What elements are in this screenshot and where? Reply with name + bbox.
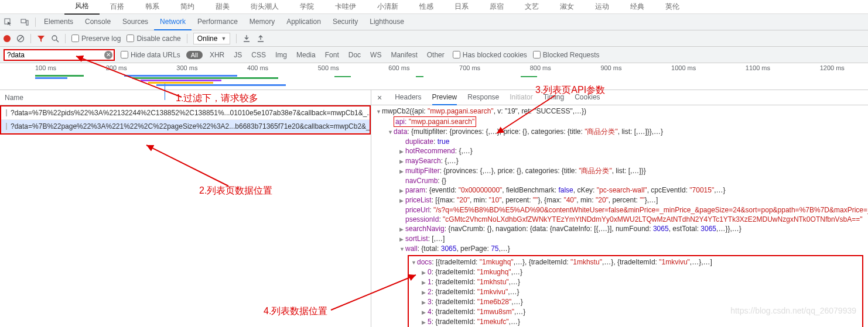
devtools-tab-performance[interactable]: Performance [192, 14, 244, 30]
devtools-tab-console[interactable]: Console [79, 14, 117, 30]
filter-type-xhr[interactable]: XHR [207, 50, 227, 60]
preview-json[interactable]: mwpCb2({api: "mwp.pagani.search", v: "19… [371, 105, 868, 327]
site-tab[interactable]: 百搭 [100, 0, 135, 14]
devtools-tab-lighthouse[interactable]: Lighthouse [364, 14, 410, 30]
file-icon [6, 109, 7, 116]
request-row[interactable]: ?data=%7B%22page%22%3A%221%22%2C%22pageS… [1, 120, 370, 133]
filter-type-doc[interactable]: Doc [346, 50, 363, 60]
detail-tab-timing[interactable]: Timing [544, 90, 565, 105]
timeline-tick: 1100 ms [746, 64, 770, 71]
clear-filter-icon[interactable]: ✕ [104, 51, 112, 59]
chevron-down-icon: ▼ [221, 36, 226, 42]
filter-type-manifest[interactable]: Manifest [388, 50, 419, 60]
detail-tabs: × HeadersPreviewResponseInitiatorTimingC… [371, 90, 868, 105]
name-column-header[interactable]: Name [0, 90, 371, 105]
filter-type-all[interactable]: All [186, 51, 203, 59]
detail-tab-preview[interactable]: Preview [432, 90, 457, 105]
site-tab[interactable]: 日系 [444, 0, 479, 14]
site-tab[interactable]: 文艺 [514, 0, 549, 14]
devtools-tab-memory[interactable]: Memory [244, 14, 281, 30]
detail-tab-initiator[interactable]: Initiator [510, 90, 532, 105]
has-blocked-cookies-checkbox[interactable]: Has blocked cookies [453, 51, 527, 59]
filter-type-other[interactable]: Other [425, 50, 447, 60]
filter-icon[interactable] [37, 35, 45, 43]
site-tab[interactable]: 风格 [64, 0, 100, 15]
site-tab[interactable]: 甜美 [205, 0, 240, 14]
site-tab[interactable]: 性感 [409, 0, 444, 14]
site-tab[interactable]: 韩系 [135, 0, 170, 14]
export-icon[interactable] [257, 35, 265, 43]
timeline-tick: 800 ms [530, 64, 551, 71]
detail-pane: × HeadersPreviewResponseInitiatorTimingC… [371, 90, 868, 327]
file-icon [6, 123, 7, 130]
filter-type-js[interactable]: JS [231, 50, 244, 60]
site-tab[interactable]: 原宿 [479, 0, 514, 14]
site-tab[interactable]: 经典 [620, 0, 655, 14]
detail-tab-headers[interactable]: Headers [395, 90, 421, 105]
network-toolbar: Preserve log Disable cache Online▼ [0, 30, 868, 47]
blocked-requests-checkbox[interactable]: Blocked Requests [533, 51, 600, 59]
timeline-tick: 100 ms [35, 64, 56, 71]
request-rows: ?data=%7B%22pids%22%3A%22132244%2C138852… [0, 105, 371, 135]
docs-item[interactable]: 0: {tradeItemId: "1mkughq",…} [411, 267, 860, 277]
filter-type-ws[interactable]: WS [368, 50, 384, 60]
timeline-tick: 300 ms [176, 64, 197, 71]
filter-type-media[interactable]: Media [294, 50, 318, 60]
site-tab[interactable]: 淑女 [549, 0, 585, 14]
site-tab[interactable]: 英伦 [655, 0, 690, 14]
watermark: https://blog.csdn.net/qq_26079939 [730, 306, 856, 315]
timeline-tick: 900 ms [600, 64, 621, 71]
docs-item[interactable]: 1: {tradeItemId: "1mkhstu",…} [411, 277, 860, 287]
filter-type-font[interactable]: Font [323, 50, 341, 60]
site-tab[interactable]: 学院 [289, 0, 324, 14]
request-row[interactable]: ?data=%7B%22pids%22%3A%22132244%2C138852… [1, 106, 370, 120]
content-area: Name ?data=%7B%22pids%22%3A%22132244%2C1… [0, 90, 868, 327]
throttling-select[interactable]: Online▼ [193, 33, 231, 44]
device-toggle-icon[interactable] [16, 14, 33, 30]
import-icon[interactable] [242, 35, 251, 43]
site-tab[interactable]: 运动 [585, 0, 620, 14]
clear-icon[interactable] [16, 35, 25, 43]
filter-input[interactable] [4, 49, 115, 61]
close-detail-icon[interactable]: × [377, 93, 384, 102]
request-list-pane: Name ?data=%7B%22pids%22%3A%22132244%2C1… [0, 90, 371, 327]
devtools-tab-network[interactable]: Network [154, 14, 192, 30]
docs-item[interactable]: 5: {tradeItemId: "1mekufc",…} [411, 317, 860, 327]
disable-cache-checkbox[interactable]: Disable cache [127, 35, 180, 43]
timeline-tick: 1000 ms [671, 64, 696, 71]
svg-line-4 [18, 36, 23, 41]
timeline-tick: 400 ms [247, 64, 268, 71]
svg-point-5 [52, 36, 57, 40]
detail-tab-cookies[interactable]: Cookies [575, 90, 600, 105]
timeline-tick: 700 ms [459, 64, 480, 71]
devtools-tab-security[interactable]: Security [327, 14, 364, 30]
timeline-tick: 1200 ms [820, 64, 845, 71]
devtools-tab-sources[interactable]: Sources [117, 14, 154, 30]
docs-item[interactable]: 2: {tradeItemId: "1mkvivu",…} [411, 287, 860, 297]
site-nav: 风格百搭韩系简约甜美街头潮人学院卡哇伊小清新性感日系原宿文艺淑女运动经典英伦 [0, 0, 868, 14]
devtools-tab-bar: ElementsConsoleSourcesNetworkPerformance… [0, 14, 868, 30]
record-button[interactable] [4, 35, 11, 42]
preserve-log-checkbox[interactable]: Preserve log [71, 35, 121, 43]
inspect-icon[interactable] [0, 14, 16, 30]
site-tab[interactable]: 街头潮人 [240, 0, 289, 14]
timeline-tick: 200 ms [106, 64, 127, 71]
devtools-tab-application[interactable]: Application [281, 14, 327, 30]
timeline-tick: 500 ms [318, 64, 339, 71]
filter-type-css[interactable]: CSS [249, 50, 268, 60]
hide-data-urls-checkbox[interactable]: Hide data URLs [121, 51, 180, 59]
svg-rect-1 [21, 19, 26, 23]
detail-tab-response[interactable]: Response [467, 90, 499, 105]
filter-bar: ✕ Hide data URLs AllXHRJSCSSImgMediaFont… [0, 47, 868, 63]
site-tab[interactable]: 卡哇伊 [324, 0, 367, 14]
site-tab[interactable]: 简约 [170, 0, 205, 14]
site-tab[interactable]: 小清新 [367, 0, 409, 14]
timeline-overview[interactable]: 100 ms200 ms300 ms400 ms500 ms600 ms700 … [0, 63, 868, 90]
search-icon[interactable] [51, 35, 59, 43]
timeline-tick: 600 ms [388, 64, 409, 71]
devtools-tab-elements[interactable]: Elements [38, 14, 79, 30]
svg-rect-2 [26, 20, 28, 25]
svg-line-6 [56, 40, 59, 42]
filter-type-img[interactable]: Img [273, 50, 289, 60]
